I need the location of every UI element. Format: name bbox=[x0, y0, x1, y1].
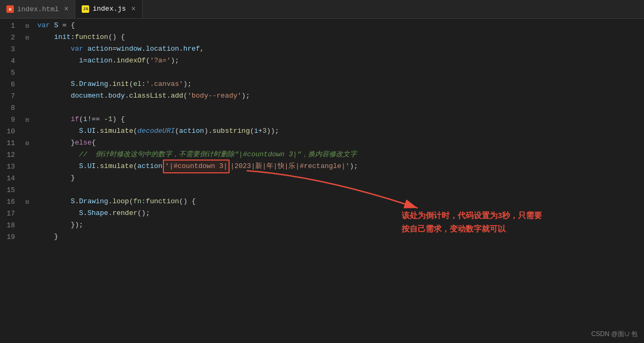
code-line-13: S . UI . simulate ( action '|#countdown … bbox=[33, 161, 644, 172]
gutter-row-14: 14 bbox=[0, 172, 33, 184]
line-num-13: 13 bbox=[0, 161, 21, 173]
code-line-9: if ( i !== - 1 ) { bbox=[33, 114, 644, 125]
gutter-row-12: 12 bbox=[0, 149, 33, 161]
line-num-18: 18 bbox=[0, 219, 21, 232]
tab-js-close[interactable]: × bbox=[131, 5, 136, 13]
tab-js[interactable]: JS index.js × bbox=[75, 0, 143, 18]
line-num-3: 3 bbox=[0, 43, 21, 55]
gutter-row-17: 17 bbox=[0, 208, 33, 219]
csdn-watermark: CSDN @面∪ 包 bbox=[591, 330, 638, 339]
gutter-row-13: 13 bbox=[0, 161, 33, 172]
keyword-var-1: var bbox=[37, 20, 50, 31]
gutter-row-6: 6 bbox=[0, 78, 33, 90]
gutter-row-9: 9 ⊟ bbox=[0, 114, 33, 125]
gutter-row-10: 10 bbox=[0, 125, 33, 137]
code-line-15 bbox=[33, 184, 644, 196]
comment-12: // 倒计时修改这句中的数字，不需要倒计时删除"|#countdown 3|"，… bbox=[79, 149, 357, 161]
tab-html[interactable]: H index.html × bbox=[0, 0, 75, 18]
var-S: S bbox=[54, 20, 58, 31]
gutter-row-2: 2 ⊟ bbox=[0, 31, 33, 43]
fold-11[interactable]: ⊟ bbox=[21, 140, 33, 147]
line-num-2: 2 bbox=[0, 31, 21, 44]
gutter-row-7: 7 bbox=[0, 90, 33, 102]
code-line-11: } else { bbox=[33, 137, 644, 149]
code-line-1: var S = { bbox=[33, 20, 644, 31]
fold-1[interactable]: ⊟ bbox=[21, 22, 33, 29]
gutter: 1 ⊟ 2 ⊟ 3 4 5 6 7 8 bbox=[0, 19, 33, 343]
line-num-12: 12 bbox=[0, 149, 21, 161]
line-num-4: 4 bbox=[0, 55, 21, 67]
code-line-10: S . UI . simulate ( decodeURI ( action )… bbox=[33, 125, 644, 137]
tab-html-close[interactable]: × bbox=[64, 5, 68, 13]
line-num-10: 10 bbox=[0, 125, 21, 138]
gutter-row-3: 3 bbox=[0, 43, 33, 55]
code-line-4: i = action . indexOf ( '?a=' ); bbox=[33, 55, 644, 67]
code-line-19: } bbox=[33, 231, 644, 243]
highlighted-string-13: '|#countdown 3| bbox=[163, 159, 230, 173]
editor-container: 1 ⊟ 2 ⊟ 3 4 5 6 7 8 bbox=[0, 19, 644, 343]
line-num-16: 16 bbox=[0, 196, 21, 208]
fold-9[interactable]: ⊟ bbox=[21, 116, 33, 123]
tab-js-label: index.js bbox=[92, 5, 125, 13]
code-line-17: S . Shape . render (); bbox=[33, 208, 644, 219]
code-line-12: // 倒计时修改这句中的数字，不需要倒计时删除"|#countdown 3|"，… bbox=[33, 149, 644, 161]
js-file-icon: JS bbox=[82, 5, 89, 13]
line-num-15: 15 bbox=[0, 184, 21, 196]
gutter-row-5: 5 bbox=[0, 67, 33, 78]
keyword-function-2: function bbox=[75, 31, 108, 43]
line-num-19: 19 bbox=[0, 231, 21, 243]
tab-bar: H index.html × JS index.js × bbox=[0, 0, 644, 19]
code-line-16: S . Drawing . loop ( fn: function () { bbox=[33, 196, 644, 208]
line-num-17: 17 bbox=[0, 208, 21, 220]
tab-html-label: index.html bbox=[17, 5, 59, 13]
line-num-14: 14 bbox=[0, 172, 21, 185]
line-num-11: 11 bbox=[0, 137, 21, 149]
gutter-row-18: 18 bbox=[0, 219, 33, 231]
gutter-row-16: 16 ⊟ bbox=[0, 196, 33, 208]
fold-2[interactable]: ⊟ bbox=[21, 34, 33, 41]
code-line-18: }); bbox=[33, 219, 644, 231]
gutter-row-8: 8 bbox=[0, 102, 33, 114]
code-text-1 bbox=[50, 20, 54, 31]
gutter-row-19: 19 bbox=[0, 231, 33, 243]
prop-init: init bbox=[54, 31, 70, 43]
code-line-3: var action = window . location . href , bbox=[33, 43, 644, 55]
line-num-5: 5 bbox=[0, 67, 21, 79]
gutter-row-11: 11 ⊟ bbox=[0, 137, 33, 149]
line-num-8: 8 bbox=[0, 102, 21, 114]
code-editor[interactable]: var S = { init : function () { var actio… bbox=[33, 19, 644, 343]
gutter-row-1: 1 ⊟ bbox=[0, 20, 33, 31]
gutter-row-4: 4 bbox=[0, 55, 33, 67]
line-num-6: 6 bbox=[0, 78, 21, 91]
code-line-2: init : function () { bbox=[33, 31, 644, 43]
fold-16[interactable]: ⊟ bbox=[21, 198, 33, 205]
code-line-7: document . body . classList . add ( 'bod… bbox=[33, 90, 644, 102]
code-line-5 bbox=[33, 67, 644, 78]
line-num-1: 1 bbox=[0, 20, 21, 32]
line-num-7: 7 bbox=[0, 90, 21, 102]
code-line-6: S . Drawing . init ( el: '.canvas' ); bbox=[33, 78, 644, 90]
gutter-row-15: 15 bbox=[0, 184, 33, 196]
code-line-8 bbox=[33, 102, 644, 114]
code-line-14: } bbox=[33, 172, 644, 184]
html-file-icon: H bbox=[6, 5, 14, 13]
line-num-9: 9 bbox=[0, 114, 21, 126]
